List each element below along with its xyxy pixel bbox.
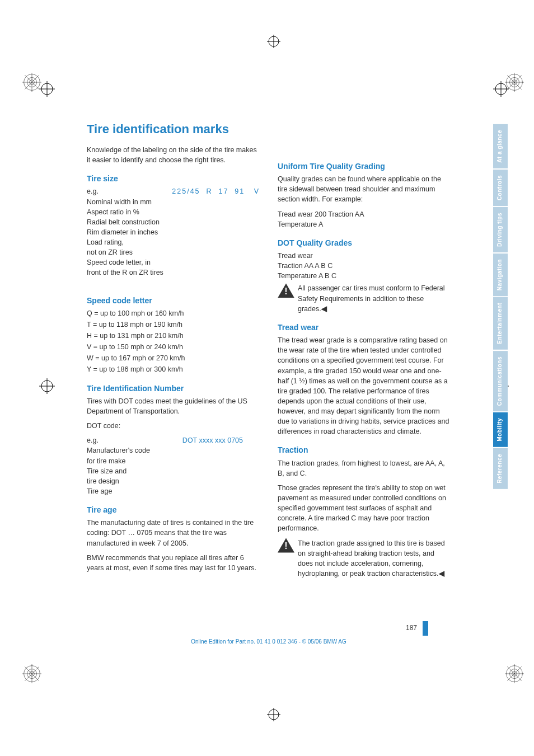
tab-controls[interactable]: Controls <box>493 170 508 206</box>
warning-icon <box>278 283 294 298</box>
dot-row: for tire make <box>87 456 260 466</box>
svg-point-34 <box>24 74 40 91</box>
list-item: H = up to 131 mph or 210 km/h <box>87 331 260 341</box>
svg-point-18 <box>30 672 35 677</box>
crop-mark <box>493 81 509 97</box>
svg-point-33 <box>27 78 37 87</box>
tire-size-row: front of the R on ZR tires <box>87 267 260 278</box>
page-number: 187 <box>406 624 417 632</box>
tire-age-paragraph: BMW recommends that you replace all tire… <box>87 553 260 573</box>
tire-size-row: Aspect ratio in % <box>87 207 260 217</box>
page-content: Tire identification marks Knowledge of t… <box>87 120 451 583</box>
utqg-example: Tread wear 200 Traction AA <box>278 209 451 219</box>
heading-tread-wear: Tread wear <box>278 322 451 333</box>
registration-star-icon <box>22 664 41 683</box>
page-footer: 187 Online Edition for Part no. 01 41 0 … <box>87 621 451 646</box>
dot-row: Tire size and <box>87 466 260 476</box>
list-item: Q = up to 100 mph or 160 km/h <box>87 308 260 318</box>
traction-paragraph: The traction grades, from highest to low… <box>278 458 451 478</box>
dot-row: Tire age <box>87 486 260 496</box>
page-title: Tire identification marks <box>87 120 451 138</box>
tab-mobility[interactable]: Mobility <box>493 412 508 447</box>
svg-point-26 <box>510 669 519 679</box>
dot-grade-line: Traction AA A B C <box>278 261 451 271</box>
tire-size-example: 225/45 R 17 91 V <box>172 186 260 196</box>
tab-driving-tips[interactable]: Driving tips <box>493 207 508 252</box>
svg-point-0 <box>41 83 53 95</box>
dot-grade-line: Temperature A B C <box>278 271 451 281</box>
utqg-example: Temperature A <box>278 219 451 229</box>
svg-point-15 <box>269 710 279 720</box>
list-item: Y = up to 186 mph or 300 km/h <box>87 364 260 374</box>
crop-mark <box>267 35 280 48</box>
heading-dot-grades: DOT Quality Grades <box>278 237 451 248</box>
tab-navigation[interactable]: Navigation <box>493 253 508 296</box>
tire-age-paragraph: The manufacturing date of tires is conta… <box>87 518 260 548</box>
svg-point-12 <box>269 36 279 46</box>
svg-line-44 <box>507 75 522 90</box>
svg-line-45 <box>507 75 522 90</box>
heading-tin: Tire Identification Number <box>87 383 260 394</box>
tin-paragraph: Tires with DOT codes meet the guidelines… <box>87 396 260 416</box>
list-item: T = up to 118 mph or 190 km/h <box>87 320 260 330</box>
heading-tire-age: Tire age <box>87 504 260 515</box>
left-column: Knowledge of the labeling on the side of… <box>87 145 260 583</box>
page-bar <box>423 621 428 636</box>
traction-paragraph: Those grades represent the tire's abilit… <box>278 483 451 534</box>
eg-label: e.g. <box>87 186 99 196</box>
svg-line-24 <box>25 666 39 681</box>
tire-size-row: not on ZR tires <box>87 247 260 257</box>
svg-point-32 <box>30 80 35 85</box>
heading-traction: Traction <box>278 444 451 456</box>
eg-label: e.g. <box>87 435 99 445</box>
heading-speed-code: Speed code letter <box>87 295 260 306</box>
tin-paragraph: DOT code: <box>87 421 260 431</box>
registration-star-icon <box>505 664 524 683</box>
heading-tire-size: Tire size <box>87 173 260 184</box>
registration-star-icon <box>505 73 524 92</box>
speed-code-list: Q = up to 100 mph or 160 km/h T = up to … <box>87 308 260 375</box>
tab-reference[interactable]: Reference <box>493 448 508 489</box>
tab-at-a-glance[interactable]: At a glance <box>493 124 508 168</box>
tire-size-row: Nominal width in mm <box>87 197 260 207</box>
warning-icon <box>278 538 294 553</box>
tab-communications[interactable]: Communications <box>493 351 508 411</box>
warning-text: All passenger car tires must conform to … <box>298 283 451 313</box>
svg-line-38 <box>25 75 39 90</box>
footer-copyright: Online Edition for Part no. 01 41 0 012 … <box>87 638 451 646</box>
crop-mark <box>39 378 55 394</box>
registration-star-icon <box>22 73 41 92</box>
tread-wear-paragraph: The tread wear grade is a comparative ra… <box>278 335 451 436</box>
side-tabs: At a glance Controls Driving tips Naviga… <box>493 124 508 489</box>
warning-note: The traction grade assigned to this tire… <box>278 538 451 579</box>
svg-point-39 <box>512 80 517 85</box>
dot-code-example: DOT xxxx xxx 0705 <box>182 435 243 445</box>
tire-size-row: Load rating, <box>87 237 260 247</box>
list-item: W = up to 167 mph or 270 km/h <box>87 353 260 363</box>
heading-utqg: Uniform Tire Quality Grading <box>278 161 451 172</box>
svg-point-40 <box>510 78 519 87</box>
tab-entertainment[interactable]: Entertainment <box>493 297 508 350</box>
svg-point-41 <box>507 74 523 91</box>
utqg-paragraph: Quality grades can be found where applic… <box>278 174 451 204</box>
svg-point-19 <box>27 669 37 679</box>
svg-point-6 <box>41 381 53 392</box>
right-column: Uniform Tire Quality Grading Quality gra… <box>278 161 451 583</box>
crop-mark <box>39 81 55 97</box>
svg-point-20 <box>24 666 40 682</box>
svg-point-25 <box>512 672 517 677</box>
tire-size-row: Radial belt construction <box>87 217 260 227</box>
list-item: V = up to 150 mph or 240 km/h <box>87 342 260 352</box>
end-arrow-icon: ◀ <box>321 305 327 313</box>
dot-grade-line: Tread wear <box>278 251 451 261</box>
intro-paragraph: Knowledge of the labeling on the side of… <box>87 145 260 165</box>
end-arrow-icon: ◀ <box>439 570 444 577</box>
svg-line-37 <box>25 75 39 90</box>
svg-line-23 <box>25 666 39 681</box>
svg-line-30 <box>507 666 522 681</box>
dot-row: tire design <box>87 476 260 486</box>
warning-note: All passenger car tires must conform to … <box>278 283 451 313</box>
svg-point-3 <box>495 83 507 95</box>
tire-size-row: Rim diameter in inches <box>87 227 260 237</box>
crop-mark <box>267 708 280 721</box>
